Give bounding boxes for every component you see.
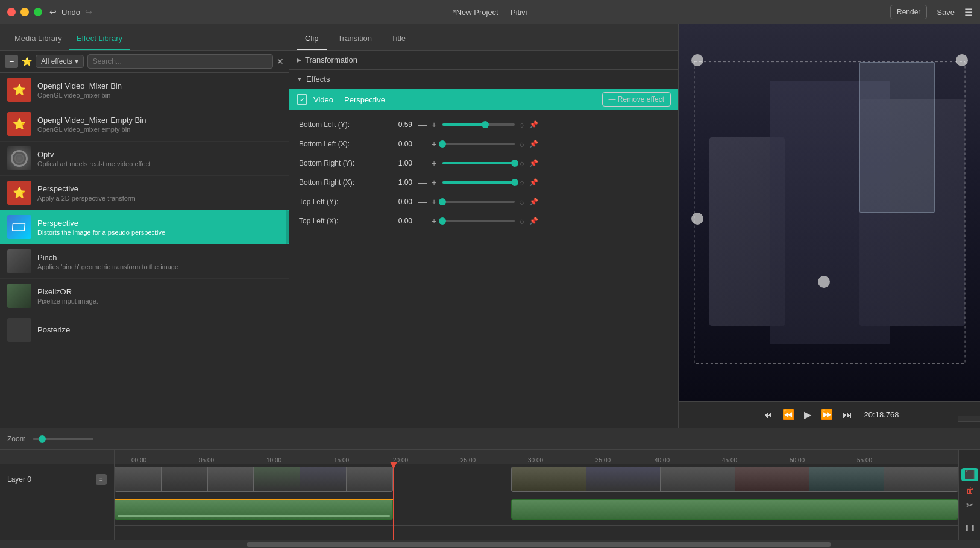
- param-decrease-button[interactable]: —: [417, 138, 428, 150]
- param-slider[interactable]: [442, 181, 515, 184]
- list-item[interactable]: PixelizOR Pixelize input image.: [0, 279, 289, 313]
- effect-text: Perspective Distorts the image for a pse…: [37, 219, 281, 236]
- keyframe-diamond-icon[interactable]: ◇: [520, 141, 524, 148]
- effect-text: Opengl Video_Mixer Bin OpenGL video_mixe…: [37, 81, 281, 99]
- tab-effect-library[interactable]: Effect Library: [69, 28, 130, 50]
- param-pin-icon[interactable]: 📌: [529, 120, 538, 129]
- keyframe-diamond-icon[interactable]: ◇: [520, 160, 524, 167]
- param-increase-button[interactable]: +: [430, 138, 438, 150]
- effects-filter-dropdown[interactable]: All effects ▾: [36, 55, 84, 68]
- list-item[interactable]: Pinch Applies 'pinch' geometric transfor…: [0, 244, 289, 279]
- list-item[interactable]: ⭐ Perspective Apply a 2D perspective tra…: [0, 176, 289, 210]
- undo-icon[interactable]: ↩: [49, 7, 57, 17]
- sidebar-layer-button[interactable]: ⬛: [961, 468, 978, 481]
- keyframe-diamond-icon[interactable]: ◇: [520, 218, 524, 225]
- list-item[interactable]: Posterize: [0, 313, 289, 347]
- tab-title[interactable]: Title: [383, 28, 414, 50]
- param-pin-icon[interactable]: 📌: [529, 140, 538, 148]
- svg-rect-0: [12, 223, 25, 231]
- play-button[interactable]: ▶: [802, 406, 814, 423]
- ruler-tick: 30:00: [528, 457, 543, 464]
- param-decrease-button[interactable]: —: [417, 215, 428, 227]
- save-button[interactable]: Save: [937, 8, 955, 17]
- maximize-button[interactable]: [34, 8, 42, 16]
- side-handle-l[interactable]: [691, 213, 703, 225]
- render-button[interactable]: Render: [890, 5, 927, 19]
- audio-marker: [115, 499, 393, 500]
- favorites-icon[interactable]: ⭐: [22, 57, 32, 66]
- effect-text: Opengl Video_Mixer Empty Bin OpenGL vide…: [37, 116, 281, 133]
- keyframe-diamond-icon[interactable]: ◇: [520, 199, 524, 205]
- preview-controls: ⏮ ⏪ ▶ ⏩ ⏭ 20:18.768: [679, 401, 980, 428]
- param-value: 1.00: [382, 178, 412, 187]
- preview-video: [679, 24, 980, 401]
- param-slider[interactable]: [442, 220, 515, 222]
- param-label: Bottom Left (Y):: [299, 120, 377, 129]
- tab-media-library[interactable]: Media Library: [7, 28, 69, 50]
- param-decrease-button[interactable]: —: [417, 119, 428, 131]
- menu-button[interactable]: ☰: [964, 7, 973, 18]
- next-frame-button[interactable]: ⏩: [818, 406, 835, 423]
- param-decrease-button[interactable]: —: [417, 176, 428, 188]
- param-slider[interactable]: [442, 162, 515, 164]
- bottom-handle-m[interactable]: [818, 276, 830, 288]
- close-button[interactable]: [7, 8, 16, 16]
- track-clip-1[interactable]: [115, 467, 393, 492]
- search-input[interactable]: [87, 54, 273, 69]
- skip-forward-button[interactable]: ⏭: [840, 407, 855, 423]
- playhead[interactable]: [393, 464, 394, 540]
- scroll-thumb[interactable]: [247, 542, 832, 547]
- audio-clip-2[interactable]: [511, 499, 958, 520]
- remove-effect-list-button[interactable]: −: [5, 55, 18, 68]
- effects-section: ▼ Effects ✓ Video Perspective — Remove e…: [289, 70, 678, 235]
- param-decrease-button[interactable]: —: [417, 196, 428, 208]
- clear-search-button[interactable]: ✕: [277, 57, 284, 66]
- skip-back-button[interactable]: ⏮: [761, 407, 775, 423]
- param-increase-button[interactable]: +: [430, 176, 438, 188]
- param-controls: — +: [417, 157, 438, 169]
- prev-frame-button[interactable]: ⏪: [780, 406, 797, 423]
- remove-effect-button[interactable]: — Remove effect: [602, 92, 671, 107]
- zoom-slider[interactable]: [33, 438, 93, 440]
- param-row: Bottom Right (X): 1.00 — +: [289, 173, 678, 192]
- track-clip-2[interactable]: [511, 467, 958, 492]
- transformation-header[interactable]: ▶ Transformation: [289, 51, 678, 69]
- effect-checkbox[interactable]: ✓: [297, 94, 307, 105]
- param-pin-icon[interactable]: 📌: [529, 178, 538, 187]
- undo-redo-controls: ↩ Undo ↪: [49, 7, 92, 17]
- param-increase-button[interactable]: +: [430, 157, 438, 169]
- list-item[interactable]: Optv Optical art meets real-time video e…: [0, 142, 289, 176]
- sidebar-cut-button[interactable]: ✂: [961, 499, 978, 511]
- sidebar-film-button[interactable]: 🎞: [961, 522, 978, 535]
- horizontal-scrollbar[interactable]: [0, 540, 980, 548]
- audio-clip-1[interactable]: [115, 499, 393, 520]
- keyframe-diamond-icon[interactable]: ◇: [520, 122, 524, 128]
- keyframe-diamond-icon[interactable]: ◇: [520, 179, 524, 186]
- redo-icon[interactable]: ↪: [85, 7, 92, 17]
- param-pin-icon[interactable]: 📌: [529, 159, 538, 167]
- layer-icon[interactable]: ≡: [96, 474, 107, 485]
- list-item[interactable]: Perspective Distorts the image for a pse…: [0, 210, 289, 244]
- param-increase-button[interactable]: +: [430, 196, 438, 208]
- tab-transition[interactable]: Transition: [329, 28, 380, 50]
- param-increase-button[interactable]: +: [430, 215, 438, 227]
- transformation-label: Transformation: [305, 55, 357, 64]
- undo-label[interactable]: Undo: [61, 8, 80, 17]
- effects-header[interactable]: ▼ Effects: [289, 70, 678, 89]
- sidebar-delete-button[interactable]: 🗑: [961, 484, 978, 496]
- param-slider[interactable]: [442, 123, 515, 126]
- timeline-tracks: [115, 464, 958, 540]
- tab-clip[interactable]: Clip: [297, 28, 327, 50]
- minimize-button[interactable]: [20, 8, 29, 16]
- list-item[interactable]: ⭐ Opengl Video_Mixer Empty Bin OpenGL vi…: [0, 107, 289, 142]
- list-item[interactable]: ⭐ Opengl Video_Mixer Bin OpenGL video_mi…: [0, 73, 289, 107]
- param-increase-button[interactable]: +: [430, 119, 438, 131]
- corner-handle-tr[interactable]: [956, 54, 968, 66]
- param-decrease-button[interactable]: —: [417, 157, 428, 169]
- param-pin-icon[interactable]: 📌: [529, 217, 538, 225]
- param-slider[interactable]: [442, 201, 515, 203]
- param-pin-icon[interactable]: 📌: [529, 198, 538, 206]
- param-slider[interactable]: [442, 143, 515, 145]
- corner-handle-tl[interactable]: [691, 54, 703, 66]
- effect-desc: Optical art meets real-time video effect: [37, 160, 281, 167]
